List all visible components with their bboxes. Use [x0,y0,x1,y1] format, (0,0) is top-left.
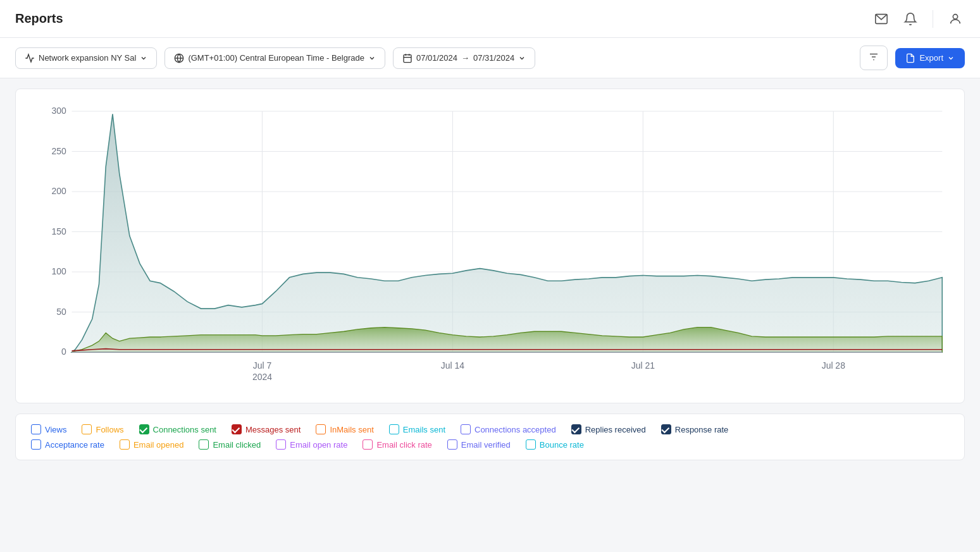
export-button[interactable]: Export [895,48,965,68]
legend-item-email_clicked[interactable]: Email clicked [199,439,261,450]
legend-label-connections_accepted: Connections accepted [474,425,556,434]
svg-text:Jul 28: Jul 28 [822,360,845,371]
legend-item-messages_sent[interactable]: Messages sent [232,424,301,434]
legend-label-bounce_rate: Bounce rate [540,440,584,450]
user-icon-button[interactable] [946,9,965,28]
svg-point-1 [953,14,957,18]
svg-text:0: 0 [61,347,66,357]
legend-item-acceptance_rate[interactable]: Acceptance rate [31,439,104,450]
svg-text:Jul 7: Jul 7 [253,360,272,371]
legend-checkbox-email_click_rate[interactable] [363,439,373,450]
legend-label-email_open_rate: Email open rate [290,440,347,450]
legend-item-replies_received[interactable]: Replies received [571,424,646,434]
legend-checkbox-views[interactable] [31,424,41,434]
svg-text:300: 300 [52,106,66,116]
legend-item-connections_accepted[interactable]: Connections accepted [461,424,556,434]
legend-label-email_verified: Email verified [461,440,511,450]
legend-label-replies_received: Replies received [585,425,646,434]
date-arrow: → [461,53,469,63]
legend-label-emails_sent: Emails sent [403,425,445,434]
legend-label-response_rate: Response rate [675,425,729,434]
legend-item-bounce_rate[interactable]: Bounce rate [526,439,584,450]
svg-text:Jul 14: Jul 14 [441,360,464,371]
email-icon-button[interactable] [872,9,891,28]
legend-checkbox-email_clicked[interactable] [199,439,209,450]
legend-row-2: Acceptance rateEmail openedEmail clicked… [31,439,949,450]
legend-checkbox-email_opened[interactable] [120,439,130,450]
legend-checkbox-connections_accepted[interactable] [461,424,471,434]
legend-checkbox-emails_sent[interactable] [389,424,399,434]
legend-label-acceptance_rate: Acceptance rate [45,440,104,450]
svg-text:250: 250 [52,146,66,156]
date-range-selector[interactable]: 07/01/2024 → 07/31/2024 [393,47,535,69]
legend-row-1: ViewsFollowsConnections sentMessages sen… [31,424,949,434]
campaign-label: Network expansion NY Sal [39,53,136,63]
svg-text:50: 50 [56,307,66,317]
legend-item-inmails_sent[interactable]: InMails sent [316,424,373,434]
legend-label-email_opened: Email opened [133,440,184,450]
header-actions [872,9,965,28]
legend-item-emails_sent[interactable]: Emails sent [389,424,445,434]
legend-item-views[interactable]: Views [31,424,66,434]
legend-label-connections_sent: Connections sent [153,425,216,434]
chart-area: 300 250 200 150 100 50 0 Jul 7 2024 Jul … [31,104,949,395]
filter-button[interactable] [860,46,888,70]
legend-label-email_clicked: Email clicked [213,440,261,450]
legend-item-follows[interactable]: Follows [82,424,123,434]
bell-icon-button[interactable] [901,9,920,28]
page-title: Reports [15,11,872,26]
legend-checkbox-connections_sent[interactable] [139,424,149,434]
timezone-label: (GMT+01:00) Central European Time - Belg… [188,53,364,63]
legend-label-messages_sent: Messages sent [245,425,301,434]
toolbar: Network expansion NY Sal (GMT+01:00) Cen… [0,38,980,78]
svg-text:Jul 21: Jul 21 [631,360,655,371]
svg-text:200: 200 [52,186,66,196]
campaign-selector[interactable]: Network expansion NY Sal [15,47,157,69]
svg-rect-4 [404,54,411,62]
legend-label-follows: Follows [96,425,123,434]
legend-checkbox-bounce_rate[interactable] [526,439,536,450]
legend-checkbox-messages_sent[interactable] [232,424,242,434]
legend-item-email_opened[interactable]: Email opened [120,439,184,450]
legend-item-connections_sent[interactable]: Connections sent [139,424,216,434]
legend-item-email_verified[interactable]: Email verified [447,439,511,450]
svg-text:150: 150 [52,226,66,236]
header-divider [933,10,933,28]
legend-checkbox-replies_received[interactable] [571,424,581,434]
legend-checkbox-inmails_sent[interactable] [316,424,326,434]
legend-checkbox-follows[interactable] [82,424,92,434]
legend-label-views: Views [45,425,66,434]
date-end: 07/31/2024 [473,53,514,63]
legend-checkbox-email_verified[interactable] [447,439,457,450]
legend-item-response_rate[interactable]: Response rate [661,424,729,434]
legend-label-email_click_rate: Email click rate [376,440,431,450]
chart-svg: 300 250 200 150 100 50 0 Jul 7 2024 Jul … [31,104,949,395]
chart-container: 300 250 200 150 100 50 0 Jul 7 2024 Jul … [15,89,965,403]
export-label: Export [919,53,943,63]
header: Reports [0,0,980,38]
legend-checkbox-email_open_rate[interactable] [276,439,286,450]
date-start: 07/01/2024 [416,53,457,63]
legend-label-inmails_sent: InMails sent [330,425,373,434]
timezone-selector[interactable]: (GMT+01:00) Central European Time - Belg… [164,47,385,69]
svg-text:2024: 2024 [252,372,272,382]
legend-checkbox-response_rate[interactable] [661,424,671,434]
legend-checkbox-acceptance_rate[interactable] [31,439,41,450]
legend-item-email_open_rate[interactable]: Email open rate [276,439,347,450]
svg-text:100: 100 [52,266,66,276]
legend-item-email_click_rate[interactable]: Email click rate [363,439,431,450]
legend-area: ViewsFollowsConnections sentMessages sen… [15,414,965,460]
